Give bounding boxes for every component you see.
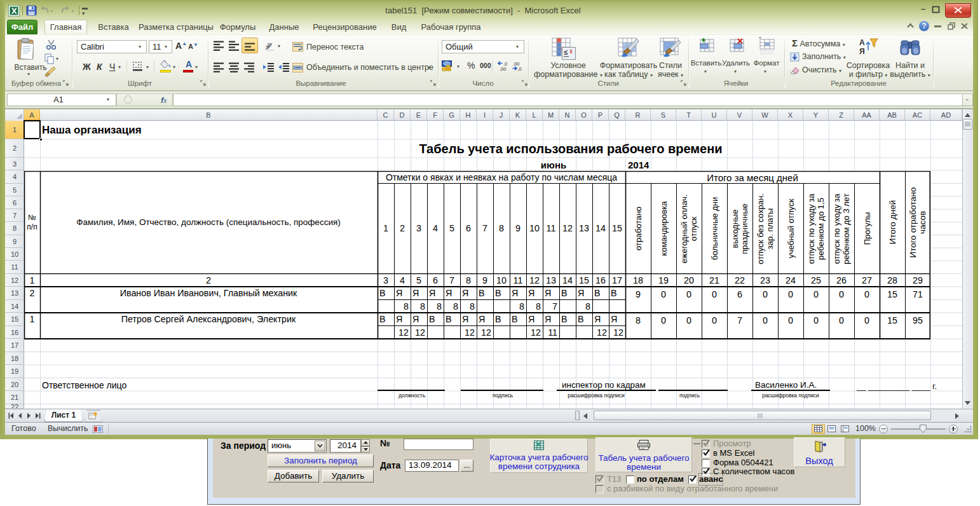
svg-text:Я: Я — [859, 47, 865, 56]
svg-text:А: А — [859, 38, 865, 47]
svg-text:,00: ,00 — [500, 66, 506, 72]
svg-text:≤: ≤ — [564, 48, 568, 56]
svg-text:ab: ab — [264, 41, 273, 50]
